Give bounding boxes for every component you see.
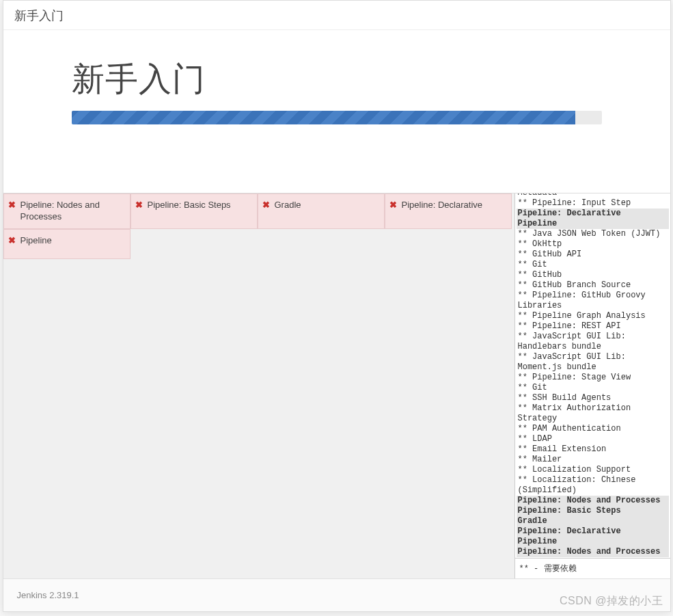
failed-plugin-area: ✖Pipeline: Nodes and Processes✖Pipeline:… [3, 193, 514, 578]
failed-plugin-tile[interactable]: ✖Pipeline: Declarative [385, 193, 512, 229]
failed-plugin-name: Pipeline: Nodes and Processes [20, 200, 100, 222]
log-line: ** Git [517, 383, 669, 393]
jenkins-version: Jenkins 2.319.1 [17, 590, 79, 600]
log-line: ** JavaScript GUI Lib: Moment.js bundle [517, 352, 669, 373]
failed-plugin-name: Pipeline: Declarative [402, 200, 483, 210]
failed-plugin-name: Gradle [275, 200, 301, 210]
log-line: ** GitHub [517, 270, 669, 280]
log-line: Gradle [517, 516, 669, 526]
page-title: 新手入门 [72, 57, 602, 101]
log-line: ** GitHub Branch Source [517, 280, 669, 291]
log-line: ** Java JSON Web Token (JJWT) [517, 229, 669, 239]
log-line: Pipeline: Declarative [517, 526, 669, 537]
log-line: ** JavaScript GUI Lib: Handlebars bundle [517, 332, 669, 352]
install-log-legend: ** - 需要依赖 [515, 558, 670, 578]
error-icon: ✖ [262, 200, 270, 211]
log-line: Pipeline: Declarative [517, 209, 669, 219]
log-line: ** LDAP [517, 434, 669, 444]
log-line: ** Pipeline Graph Analysis [517, 311, 669, 321]
failed-plugin-tile[interactable]: ✖Pipeline: Nodes and Processes [3, 193, 131, 229]
failed-plugin-tile[interactable]: ✖Gradle [258, 193, 385, 229]
error-icon: ✖ [389, 200, 397, 211]
install-log-scroll[interactable]: ** Pipeline: Stage Tags Metadata** Pipel… [515, 193, 670, 558]
setup-wizard-dialog: 新手入门 新手入门 ✖Pipeline: Nodes and Processes… [3, 0, 671, 612]
failed-plugin-name: Pipeline: Basic Steps [148, 200, 231, 210]
log-line: ** Pipeline: Stage View [517, 373, 669, 383]
log-line: ** Git [517, 260, 669, 270]
progress-bar [72, 111, 575, 124]
log-line: Pipeline: Nodes and Processes [517, 547, 669, 557]
log-line: Pipeline [517, 219, 669, 229]
log-line: ** Localization: Chinese (Simplified) [517, 475, 669, 496]
failed-plugin-tile[interactable]: ✖Pipeline [3, 229, 131, 259]
log-line: ** OkHttp [517, 239, 669, 250]
log-line: ** SSH Build Agents [517, 393, 669, 403]
log-line: ** Localization Support [517, 465, 669, 475]
log-line: ** Pipeline: Input Step [517, 198, 669, 209]
log-line: ** Pipeline: GitHub Groovy Libraries [517, 291, 669, 311]
failed-plugin-tile[interactable]: ✖Pipeline: Basic Steps [131, 193, 258, 229]
log-line: ** Pipeline: REST API [517, 321, 669, 332]
dialog-header: 新手入门 [3, 1, 670, 30]
log-line: ** PAM Authentication [517, 424, 669, 434]
error-icon: ✖ [135, 200, 143, 211]
progress-track [72, 111, 602, 124]
dialog-title: 新手入门 [14, 9, 64, 23]
log-line: ** Pipeline: Stage Tags Metadata [517, 193, 669, 198]
error-icon: ✖ [8, 235, 16, 247]
middle-section: ✖Pipeline: Nodes and Processes✖Pipeline:… [3, 193, 670, 578]
install-log-panel: ** Pipeline: Stage Tags Metadata** Pipel… [514, 193, 670, 578]
log-line: Pipeline [517, 537, 669, 547]
log-line: ** Mailer [517, 455, 669, 465]
failed-plugin-name: Pipeline [20, 235, 52, 245]
log-line: Pipeline: Basic Steps [517, 506, 669, 516]
dialog-footer: Jenkins 2.319.1 [3, 578, 670, 611]
log-line: Pipeline: Nodes and Processes [517, 496, 669, 506]
log-line: ** GitHub API [517, 250, 669, 260]
error-icon: ✖ [8, 200, 16, 211]
hero-section: 新手入门 [3, 30, 670, 138]
log-line: ** Matrix Authorization Strategy [517, 403, 669, 424]
log-line: ** Email Extension [517, 444, 669, 455]
